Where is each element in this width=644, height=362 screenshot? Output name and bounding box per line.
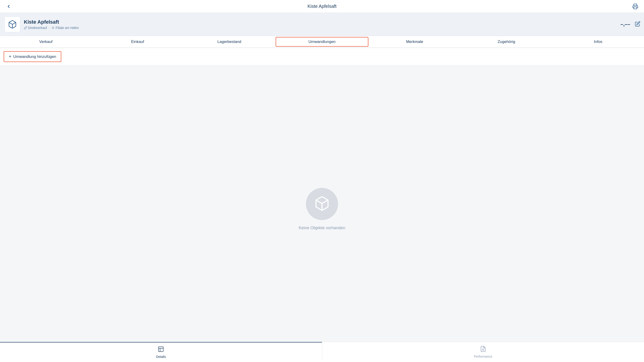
bottom-tab-bar: Details Performance (0, 342, 644, 362)
svg-rect-0 (634, 7, 637, 9)
details-tab-label: Details (156, 355, 166, 358)
main-content: Keine Objekte vorhanden (0, 66, 644, 353)
product-meta: Direktverkauf · Filiale am Hafen (24, 26, 640, 30)
tab-einkauf[interactable]: Einkauf (92, 36, 184, 48)
empty-icon-container (306, 188, 338, 220)
sales-channel-meta: Direktverkauf (24, 26, 47, 30)
product-price: –,–– (620, 21, 630, 27)
tabs-bar: Verkauf Einkauf Lagerbestand Umwandlunge… (0, 36, 644, 48)
add-button-row: + Umwandlung hinzufügen (0, 48, 644, 66)
top-bar: Kiste Apfelsaft (0, 0, 644, 13)
meta-separator: · (49, 26, 50, 30)
tab-umwandlungen[interactable]: Umwandlungen (276, 37, 368, 47)
performance-icon (480, 346, 486, 354)
details-icon (158, 346, 164, 354)
link-icon (24, 26, 27, 30)
branch-icon (52, 26, 54, 30)
edit-button[interactable] (635, 21, 640, 28)
performance-tab-label: Performance (474, 355, 492, 358)
back-button[interactable] (4, 2, 13, 11)
product-info: Kiste Apfelsaft Direktverkauf · Filiale … (24, 19, 640, 30)
tab-lagerbestand[interactable]: Lagerbestand (184, 36, 275, 48)
product-box-icon (8, 20, 17, 29)
tab-zugehoerig[interactable]: Zugehörig (460, 36, 552, 48)
empty-state: Keine Objekte vorhanden (0, 66, 644, 353)
empty-cube-icon (314, 195, 330, 212)
tab-merkmale[interactable]: Merkmale (369, 36, 460, 48)
branch-meta: Filiale am Hafen (52, 26, 79, 30)
bottom-tab-performance[interactable]: Performance (322, 342, 644, 362)
page-title: Kiste Apfelsaft (308, 4, 337, 9)
tab-infos[interactable]: Infos (552, 36, 644, 48)
product-title: Kiste Apfelsaft (24, 19, 640, 25)
bottom-tab-details[interactable]: Details (0, 342, 322, 362)
svg-point-2 (53, 28, 53, 28)
empty-state-text: Keine Objekte vorhanden (298, 226, 345, 230)
product-header: Kiste Apfelsaft Direktverkauf · Filiale … (0, 13, 644, 36)
add-conversion-button[interactable]: + Umwandlung hinzufügen (4, 51, 61, 62)
plus-icon: + (9, 54, 12, 59)
svg-rect-4 (158, 347, 164, 352)
edit-icon (635, 21, 640, 27)
product-icon-box (4, 17, 20, 32)
print-button[interactable] (631, 2, 640, 11)
add-button-label: Umwandlung hinzufügen (13, 55, 56, 59)
tab-verkauf[interactable]: Verkauf (0, 36, 92, 48)
